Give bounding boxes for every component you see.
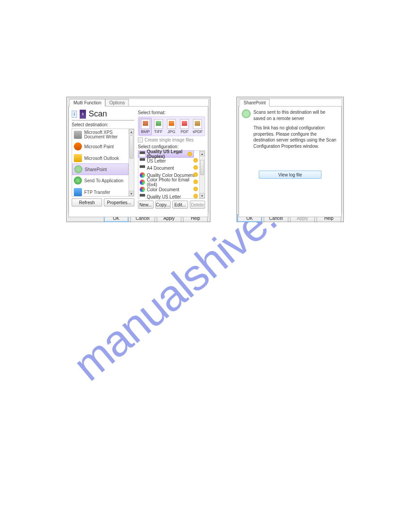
format-label: JPG <box>167 129 176 134</box>
format-tiff[interactable]: TIFF <box>152 118 165 135</box>
lock-icon <box>193 165 198 170</box>
destination-list: Microsoft XPS Document Writer Microsoft … <box>72 129 134 197</box>
jpg-icon <box>167 119 176 129</box>
format-label: TIFF <box>154 129 163 134</box>
tab-multi-function[interactable]: Multi Function <box>69 99 105 107</box>
delete-button[interactable]: Delete <box>190 201 206 209</box>
config-label: Quality Color Document <box>147 173 194 178</box>
destination-label: Send To Application <box>84 178 124 183</box>
config-item[interactable]: Quality US Letter <box>138 193 199 200</box>
sharepoint-content: Scans sent to this destination will be s… <box>239 106 342 217</box>
select-destination-label: Select destination: <box>72 122 134 127</box>
create-single-row[interactable]: ✓ Create single image files <box>138 137 205 142</box>
lock-icon <box>193 187 198 191</box>
tab-sharepoint[interactable]: SharePoint <box>240 99 270 107</box>
paint-icon <box>74 142 82 150</box>
destination-label: Microsoft XPS Document Writer <box>84 130 127 140</box>
spdf-icon <box>193 119 202 129</box>
config-label: A4 Document <box>147 166 174 171</box>
config-label: Color Document <box>147 187 179 192</box>
destination-scrollbar[interactable]: ▲ ▼ <box>128 129 134 196</box>
outlook-icon <box>74 154 82 162</box>
sharepoint-dialog: SharePoint Scans sent to this destinatio… <box>236 97 344 222</box>
tiff-icon <box>154 119 163 129</box>
properties-button[interactable]: Properties... <box>104 198 134 206</box>
select-format-label: Select format: <box>138 110 205 115</box>
destination-item-sharepoint[interactable]: SharePoint <box>72 163 128 175</box>
destination-label: FTP Transfer <box>84 190 110 195</box>
scan-config-panel: Multi Function Options i 1 Scan Select d… <box>68 99 209 213</box>
send-to-icon <box>74 176 82 184</box>
scan-badge-icon: 1 <box>80 110 86 119</box>
bw-doc-icon <box>140 151 145 157</box>
config-item[interactable]: Quality US Legal (Duplex) <box>138 150 194 158</box>
config-item[interactable]: US Letter <box>138 157 199 164</box>
bmp-icon <box>141 119 150 129</box>
sharepoint-note: This link has no global configuration pr… <box>253 125 338 149</box>
sharepoint-icon <box>74 165 82 173</box>
select-config-label: Select configuration: <box>138 144 205 149</box>
sharepoint-icon <box>242 109 251 118</box>
destination-item-send-to[interactable]: Send To Application <box>72 175 128 186</box>
copy-button[interactable]: Copy... <box>155 201 171 209</box>
scroll-up-icon[interactable]: ▲ <box>129 129 134 134</box>
destination-label: SharePoint <box>85 167 107 172</box>
config-label: US Letter <box>147 159 166 163</box>
destination-item-outlook[interactable]: Microsoft Outlook <box>72 152 128 164</box>
destination-item-ftp[interactable]: FTP Transfer <box>72 186 128 197</box>
ftp-icon <box>74 188 82 196</box>
printer-icon <box>74 131 82 139</box>
format-jpg[interactable]: JPG <box>165 118 178 135</box>
lock-icon <box>193 194 198 198</box>
format-strip: BMP TIFF JPG PDF <box>138 116 205 136</box>
destination-label: Microsoft Outlook <box>84 156 119 161</box>
tab-content: i 1 Scan Select destination: Microsoft X… <box>68 106 208 217</box>
format-spdf[interactable]: sPDF <box>191 118 204 135</box>
scan-title: Scan <box>89 109 107 119</box>
format-label: sPDF <box>193 129 203 134</box>
format-bmp[interactable]: BMP <box>139 118 152 135</box>
destination-label: Microsoft Paint <box>84 144 114 149</box>
color-doc-icon <box>140 180 145 185</box>
config-label: Quality US Letter <box>147 194 181 199</box>
bw-doc-icon <box>140 165 145 171</box>
sharepoint-message: Scans sent to this destination will be s… <box>253 109 338 121</box>
lock-icon <box>188 152 192 156</box>
new-button[interactable]: New... <box>138 201 154 209</box>
config-item[interactable]: A4 Document <box>138 164 199 172</box>
scroll-down-icon[interactable]: ▼ <box>129 191 134 196</box>
checkbox-icon[interactable]: ✓ <box>138 137 143 142</box>
destination-item-paint[interactable]: Microsoft Paint <box>72 141 128 152</box>
sharepoint-panel: SharePoint Scans sent to this destinatio… <box>238 99 342 213</box>
view-log-button[interactable]: View log file <box>259 171 321 179</box>
config-item[interactable]: Color Document <box>138 186 199 193</box>
edit-button[interactable]: Edit... <box>172 201 188 209</box>
config-item[interactable]: Color Photo for Email (6x4) <box>138 179 199 186</box>
lock-icon <box>193 158 198 163</box>
create-single-label: Create single image files <box>145 137 194 142</box>
config-scrollbar[interactable]: ▲ ▼ <box>199 151 205 198</box>
refresh-button[interactable]: Refresh <box>72 198 102 206</box>
color-doc-icon <box>140 187 145 192</box>
format-label: PDF <box>180 129 188 134</box>
destination-item-xps[interactable]: Microsoft XPS Document Writer <box>72 129 128 141</box>
tab-options[interactable]: Options <box>105 99 128 107</box>
scroll-down-icon[interactable]: ▼ <box>200 193 205 198</box>
lock-icon <box>193 180 198 184</box>
scroll-up-icon[interactable]: ▲ <box>200 151 205 156</box>
bw-doc-icon <box>140 194 145 199</box>
lock-icon <box>193 172 198 177</box>
pdf-icon <box>180 119 189 129</box>
config-list: Quality US Legal (Duplex) US Letter A4 D <box>138 150 205 199</box>
scan-config-dialog: Multi Function Options i 1 Scan Select d… <box>66 97 210 222</box>
format-label: BMP <box>141 129 150 134</box>
info-icon: i <box>72 111 77 118</box>
format-pdf[interactable]: PDF <box>178 118 191 135</box>
bw-doc-icon <box>140 158 145 163</box>
color-doc-icon <box>140 172 145 178</box>
